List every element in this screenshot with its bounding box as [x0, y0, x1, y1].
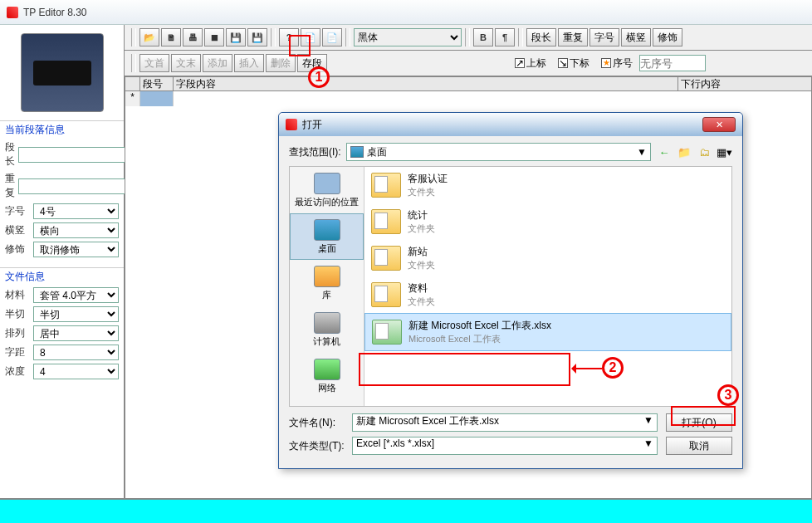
file-item[interactable]: 统计文件夹	[364, 203, 731, 240]
col-nextline: 下行内容	[678, 77, 811, 90]
bold-icon[interactable]: B	[473, 28, 493, 46]
up-icon[interactable]: 📁	[676, 144, 692, 160]
prop-label: 段长	[5, 140, 15, 169]
status-bar	[0, 498, 812, 523]
save2-icon[interactable]: 💾	[247, 28, 267, 46]
file-item[interactable]: 资料文件夹	[364, 276, 731, 313]
open-dialog: 打开 ✕ 查找范围(I): 桌面 ▼ ← 📁 🗂 ▦▾ 最近访问的位置 桌面 库…	[278, 112, 743, 469]
app-title: TP Editor 8.30	[23, 7, 87, 18]
toolbar-main: 📂 🗎 🖶 ⏹ 💾 💾 ? 📄 📄 黑体 B ¶ 段长 重复 字号 横竖 修饰	[125, 25, 812, 51]
title-bar: TP Editor 8.30	[0, 0, 812, 25]
excel-icon	[372, 320, 402, 345]
prop-label: 字距	[5, 345, 30, 359]
btn-delete[interactable]: 删除	[266, 54, 296, 72]
lookin-label: 查找范围(I):	[289, 145, 341, 159]
btn-repeat[interactable]: 重复	[558, 28, 588, 46]
help-icon[interactable]: ?	[279, 28, 299, 46]
btn-add[interactable]: 添加	[203, 54, 232, 72]
open-icon[interactable]: 📂	[139, 28, 159, 46]
stop-icon[interactable]: ⏹	[204, 28, 224, 46]
viewmode-icon[interactable]: ▦▾	[716, 144, 732, 160]
newfolder-icon[interactable]: 🗂	[696, 144, 712, 160]
field-material[interactable]: 套管 4.0平方	[33, 287, 119, 303]
place-recent[interactable]: 最近访问的位置	[290, 167, 364, 213]
place-library[interactable]: 库	[290, 260, 364, 306]
dialog-title: 打开	[302, 118, 702, 132]
filename-label: 文件名(N):	[289, 416, 347, 430]
filetype-select[interactable]: Excel [*.xls *.xlsx]▼	[352, 437, 658, 455]
btn-orientation[interactable]: 横竖	[621, 28, 651, 46]
field-spacing[interactable]: 8	[33, 345, 119, 360]
btn-decoration[interactable]: 修饰	[653, 28, 682, 46]
app-logo-icon	[7, 7, 18, 18]
field-orientation[interactable]: 横向	[33, 222, 119, 238]
field-align[interactable]: 居中	[33, 325, 119, 341]
import-icon[interactable]: 📄	[301, 28, 320, 46]
place-network[interactable]: 网络	[290, 353, 364, 399]
device-image	[21, 33, 104, 112]
pilcrow-icon[interactable]: ¶	[495, 28, 515, 46]
desktop-icon	[350, 146, 364, 158]
prop-label: 排列	[5, 326, 30, 340]
folder-icon	[371, 209, 401, 234]
panel-title-paragraph: 当前段落信息	[0, 120, 124, 139]
prop-label: 重复	[5, 172, 15, 200]
prop-label: 浓度	[5, 364, 30, 379]
cancel-button[interactable]: 取消	[666, 437, 732, 455]
new-icon[interactable]: 🗎	[161, 28, 181, 46]
place-computer[interactable]: 计算机	[290, 306, 364, 353]
file-item-selected[interactable]: 新建 Microsoft Excel 工作表.xlsxMicrosoft Exc…	[364, 313, 731, 351]
print-icon[interactable]: 🖶	[183, 28, 203, 46]
grid-header: 段号 字段内容 下行内容	[125, 76, 812, 91]
prop-label: 横竖	[5, 223, 30, 237]
btn-save-para[interactable]: 存段	[297, 54, 327, 72]
btn-doc-end[interactable]: 文末	[171, 54, 201, 72]
prop-label: 半切	[5, 307, 30, 321]
prop-label: 材料	[5, 288, 30, 302]
folder-icon	[371, 173, 401, 198]
row-marker: *	[125, 91, 140, 106]
prop-label: 字号	[5, 204, 30, 218]
export-icon[interactable]: 📄	[322, 28, 342, 46]
chk-superscript[interactable]: ↗上标	[515, 56, 546, 71]
chk-subscript[interactable]: ↘下标	[558, 56, 589, 71]
dialog-logo-icon	[286, 119, 297, 130]
folder-icon	[371, 246, 401, 271]
grid-row[interactable]: *	[125, 91, 811, 106]
filetype-label: 文件类型(T):	[289, 439, 347, 453]
prop-label: 修饰	[5, 242, 30, 257]
lookin-value: 桌面	[367, 145, 387, 159]
folder-icon	[371, 282, 401, 307]
panel-title-file: 文件信息	[0, 267, 124, 286]
btn-doc-start[interactable]: 文首	[139, 54, 169, 72]
field-decoration[interactable]: 取消修饰	[33, 242, 119, 257]
col-content: 字段内容	[174, 77, 678, 90]
save-icon[interactable]: 💾	[226, 28, 246, 46]
dialog-titlebar: 打开 ✕	[279, 113, 742, 136]
lookin-select[interactable]: 桌面 ▼	[346, 143, 651, 161]
sidebar: 当前段落信息 段长 重复 字号4号 横竖横向 修饰取消修饰 文件信息 材料套管 …	[0, 25, 125, 498]
toolbar-secondary: 文首 文末 添加 插入 删除 存段 ↗上标 ↘下标 ★序号	[125, 51, 812, 76]
btn-length[interactable]: 段长	[526, 28, 556, 46]
back-icon[interactable]: ←	[656, 144, 673, 160]
font-select[interactable]: 黑体	[354, 28, 462, 46]
filename-input[interactable]: 新建 Microsoft Excel 工作表.xlsx▼	[352, 413, 658, 432]
close-button[interactable]: ✕	[702, 117, 736, 132]
file-item[interactable]: 客服认证文件夹	[364, 167, 731, 203]
file-list[interactable]: 客服认证文件夹 统计文件夹 新站文件夹 资料文件夹 新建 Microsoft E…	[364, 167, 731, 406]
open-button[interactable]: 打开(O)	[666, 413, 732, 432]
file-item[interactable]: 新站文件夹	[364, 240, 731, 276]
places-bar: 最近访问的位置 桌面 库 计算机 网络	[290, 167, 364, 406]
place-desktop[interactable]: 桌面	[290, 213, 364, 260]
field-fontsize[interactable]: 4号	[33, 203, 119, 219]
field-halfcut[interactable]: 半切	[33, 306, 119, 322]
col-segno: 段号	[140, 77, 174, 90]
chk-sequence[interactable]: ★序号	[601, 56, 633, 71]
field-density[interactable]: 4	[33, 364, 119, 379]
seq-input[interactable]	[639, 55, 706, 71]
btn-insert[interactable]: 插入	[234, 54, 264, 72]
btn-fontsize[interactable]: 字号	[589, 28, 619, 46]
